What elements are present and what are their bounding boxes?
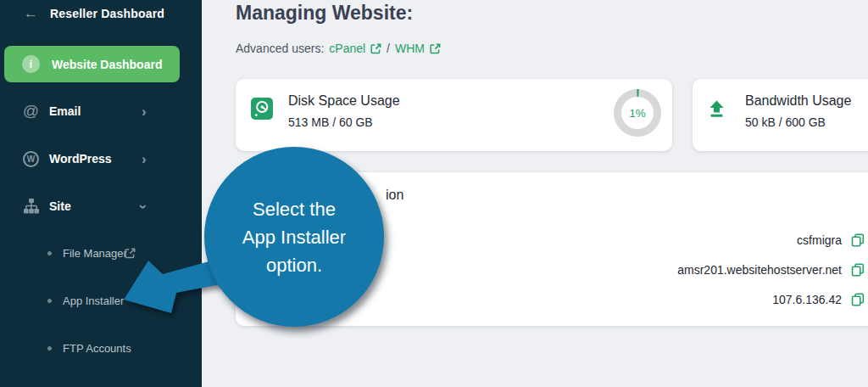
disk-usage-value: 513 MB / 60 GB — [288, 115, 373, 129]
sidebar-item-wordpress[interactable]: W WordPress › — [0, 142, 202, 176]
sidebar-back-label: Reseller Dashboard — [50, 7, 164, 20]
callout-bubble: Select the App Installer option. — [204, 147, 384, 327]
sidebar-item-label: Site — [49, 199, 71, 213]
whm-link[interactable]: WHM — [395, 42, 425, 55]
account-row-username: csfmigra — [677, 232, 865, 249]
sidebar-item-email[interactable]: @ Email › — [0, 94, 202, 128]
sidebar-item-app-installer[interactable]: App Installer — [0, 288, 202, 313]
sidebar-back-link[interactable]: ← Reseller Dashboard — [24, 6, 164, 20]
email-icon: @ — [22, 103, 40, 121]
account-info-rows: csfmigra amsr201.websitehostserver.net — [677, 232, 865, 321]
advanced-users-label: Advanced users: — [236, 42, 324, 55]
info-icon: i — [22, 55, 40, 73]
username-value: csfmigra — [797, 233, 842, 247]
bullet-icon — [47, 346, 52, 351]
cpanel-link[interactable]: cPanel — [329, 42, 365, 55]
sidebar-item-label: Email — [49, 104, 81, 118]
ip-address-value: 107.6.136.42 — [772, 293, 842, 306]
hard-drive-icon — [251, 98, 273, 123]
sidebar-subitem-label: App Installer — [63, 294, 124, 307]
chevron-down-icon: › — [136, 204, 151, 209]
copy-icon[interactable] — [851, 293, 865, 306]
callout-text: Select the App Installer option. — [242, 195, 346, 279]
sidebar: ← Reseller Dashboard i Website Dashboard… — [0, 0, 202, 387]
sidebar-item-file-manager[interactable]: File Manager — [0, 240, 202, 266]
page-title: Managing Website: — [236, 2, 413, 25]
back-arrow-icon: ← — [24, 6, 38, 20]
bandwidth-usage-value: 50 kB / 600 GB — [745, 115, 826, 129]
bandwidth-card-title: Bandwidth Usage — [745, 93, 851, 109]
external-link-icon[interactable] — [430, 43, 441, 54]
bullet-icon — [47, 251, 52, 255]
sidebar-item-website-dashboard[interactable]: i Website Dashboard — [4, 46, 180, 82]
wordpress-icon: W — [22, 150, 40, 168]
chevron-right-icon: › — [142, 104, 147, 119]
disk-card-title: Disk Space Usage — [288, 93, 400, 109]
sitemap-icon — [22, 198, 40, 216]
disk-space-card: Disk Space Usage 513 MB / 60 GB 1% — [236, 79, 672, 151]
chevron-right-icon: › — [142, 152, 147, 166]
copy-icon[interactable] — [851, 233, 865, 247]
sidebar-subitem-label: File Manager — [63, 247, 127, 260]
sidebar-item-label: WordPress — [49, 152, 112, 165]
sidebar-item-site[interactable]: Site › — [0, 189, 202, 223]
disk-usage-donut-chart: 1% — [613, 88, 662, 141]
account-row-server-name: amsr201.websitehostserver.net — [677, 261, 865, 278]
external-link-icon — [125, 248, 136, 259]
account-row-ip-address: 107.6.136.42 — [677, 291, 865, 308]
bandwidth-card: Bandwidth Usage 50 kB / 600 GB — [693, 79, 868, 151]
sidebar-subitem-label: FTP Accounts — [63, 342, 131, 355]
account-card-heading-fragment: ion — [386, 188, 403, 203]
upload-arrow-icon — [706, 98, 727, 123]
server-name-value: amsr201.websitehostserver.net — [677, 263, 842, 277]
sidebar-item-label: Website Dashboard — [52, 58, 162, 71]
advanced-users-line: Advanced users: cPanel / WHM — [236, 42, 441, 55]
external-link-icon[interactable] — [370, 43, 381, 54]
sidebar-item-ftp-accounts[interactable]: FTP Accounts — [0, 335, 202, 361]
bullet-icon — [47, 299, 52, 303]
copy-icon[interactable] — [851, 263, 865, 277]
donut-percent-label: 1% — [629, 107, 646, 120]
links-separator: / — [387, 42, 390, 55]
